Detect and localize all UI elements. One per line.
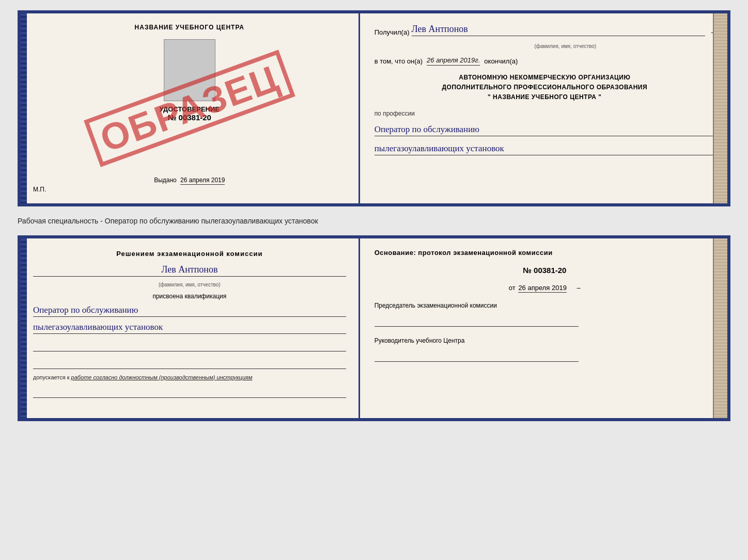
decision-title: Решением экзаменационной комиссии: [33, 249, 346, 259]
allowed-prefix: допускается к: [33, 374, 70, 380]
date-value: 26 апреля 2019г.: [427, 56, 480, 66]
org-line1: АВТОНОМНУЮ НЕКОММЕРЧЕСКУЮ ОРГАНИЗАЦИЮ: [375, 73, 715, 83]
top-cert-header: НАЗВАНИЕ УЧЕБНОГО ЦЕНТРА: [135, 24, 244, 31]
photo-area: [164, 39, 215, 101]
basis-title: Основание: протокол экзаменационной коми…: [375, 249, 715, 257]
fio-hint-bottom: (фамилия, имя, отчество): [33, 282, 346, 287]
director-label: Руководитель учебного Центра: [375, 336, 715, 345]
spine-decoration-bottom: [713, 238, 727, 418]
profession-label: по профессии: [375, 110, 715, 117]
blank-line-2: [33, 357, 346, 369]
recipient-name: Лев Антпонов: [412, 24, 705, 36]
allowed-work: допускается к работе согласно должностны…: [33, 374, 346, 380]
qualification-value-2: пылегазоулавливающих установок: [33, 322, 346, 334]
fio-hint-top: (фамилия, имя, отчество): [416, 43, 715, 49]
allowed-work-value: работе согласно должностным (производств…: [71, 374, 253, 380]
decision-name: Лев Антпонов: [33, 264, 346, 277]
blank-line-3: [33, 386, 346, 398]
chairman-signature-line: [375, 312, 579, 327]
date-prefix: от: [509, 284, 516, 292]
chairman-label: Председатель экзаменационной комиссии: [375, 301, 715, 310]
document-container: НАЗВАНИЕ УЧЕБНОГО ЦЕНТРА УДОСТОВЕРЕНИЕ №…: [18, 10, 730, 421]
bottom-cert-left: Решением экзаменационной комиссии Лев Ан…: [21, 238, 360, 418]
qualification-value-1: Оператор по обслуживанию: [33, 305, 346, 317]
qualification-label: присвоена квалификация: [33, 293, 346, 300]
bottom-certificate: Решением экзаменационной комиссии Лев Ан…: [18, 235, 730, 421]
bottom-cert-right: Основание: протокол экзаменационной коми…: [360, 238, 727, 418]
top-certificate: НАЗВАНИЕ УЧЕБНОГО ЦЕНТРА УДОСТОВЕРЕНИЕ №…: [18, 10, 730, 206]
org-block: АВТОНОМНУЮ НЕКОММЕРЧЕСКУЮ ОРГАНИЗАЦИЮ ДО…: [375, 73, 715, 103]
spine-decoration: [713, 13, 727, 203]
cert-mp: М.П.: [33, 186, 346, 193]
profession-value-1: Оператор по обслуживанию: [375, 124, 715, 136]
org-name: " НАЗВАНИЕ УЧЕБНОГО ЦЕНТРА ": [375, 92, 715, 102]
top-cert-left: НАЗВАНИЕ УЧЕБНОГО ЦЕНТРА УДОСТОВЕРЕНИЕ №…: [21, 13, 360, 203]
recipient-line: Получил(а) Лев Антпонов –: [375, 24, 715, 36]
date-line: в том, что он(а) 26 апреля 2019г. окончи…: [375, 56, 715, 66]
profession-value-2: пылегазоулавливающих установок: [375, 143, 715, 155]
protocol-date: от 26 апреля 2019 –: [375, 284, 715, 292]
director-block: Руководитель учебного Центра: [375, 336, 715, 362]
cert-issued-line: Выдано 26 апреля 2019: [33, 177, 346, 184]
issued-label: Выдано: [154, 177, 177, 184]
cert-number: № 00381-20: [168, 113, 211, 122]
protocol-date-value: 26 апреля 2019: [518, 284, 567, 293]
issued-date: 26 апреля 2019: [180, 177, 225, 185]
chairman-block: Председатель экзаменационной комиссии: [375, 301, 715, 327]
org-line2: ДОПОЛНИТЕЛЬНОГО ПРОФЕССИОНАЛЬНОГО ОБРАЗО…: [375, 83, 715, 92]
protocol-number: № 00381-20: [375, 266, 715, 275]
dash-right: –: [577, 284, 581, 292]
recipient-label: Получил(а): [375, 28, 410, 36]
working-specialty: Рабочая специальность - Оператор по обсл…: [18, 214, 730, 228]
date-label: в том, что он(а): [375, 57, 423, 65]
cert-doc-label: УДОСТОВЕРЕНИЕ: [160, 105, 220, 113]
director-signature-line: [375, 347, 579, 362]
top-cert-right: Получил(а) Лев Антпонов – (фамилия, имя,…: [360, 13, 727, 203]
blank-line-1: [33, 339, 346, 351]
date-suffix: окончил(а): [484, 57, 518, 65]
